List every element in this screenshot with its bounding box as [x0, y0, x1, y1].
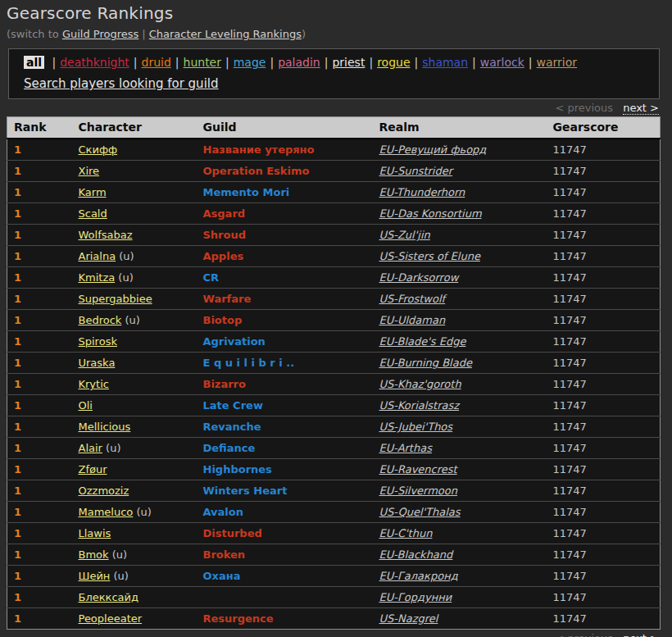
- realm-link[interactable]: EU-Ревущий фьорд: [379, 143, 487, 156]
- character-cell: Arialna (u): [72, 246, 197, 267]
- character-link[interactable]: Supergabbiee: [79, 293, 152, 305]
- rank-cell: 1: [7, 544, 72, 566]
- character-link[interactable]: Шейн: [79, 570, 111, 582]
- gearscore-cell: 11747: [547, 267, 661, 289]
- realm-link[interactable]: EU-Sunstrider: [379, 165, 453, 177]
- guild-cell: Revanche: [197, 416, 373, 438]
- realm-cell: US-Frostwolf: [373, 289, 547, 310]
- realm-link[interactable]: EU-Ravencrest: [379, 463, 457, 475]
- rank-cell: 1: [7, 139, 72, 161]
- character-link[interactable]: Bedrock: [79, 314, 122, 326]
- character-link[interactable]: Uraska: [79, 357, 116, 369]
- subtitle-switch-line: (switch to Guild Progress|Character Leve…: [7, 28, 660, 41]
- realm-link[interactable]: EU-Blackhand: [379, 548, 453, 561]
- rank-cell: 1: [7, 289, 72, 310]
- filter-all-selected[interactable]: all: [24, 56, 44, 69]
- realm-link[interactable]: US-Quel'Thalas: [379, 506, 461, 518]
- realm-cell: US-Jubei'Thos: [373, 416, 547, 438]
- guild-cell: Bizarro: [197, 374, 373, 395]
- next-page-link[interactable]: next >: [623, 102, 659, 115]
- realm-link[interactable]: EU-Darksorrow: [379, 271, 459, 284]
- table-row: 1KarmMemento MoriEU-Thunderhorn11747: [7, 182, 661, 203]
- character-link[interactable]: Скифф: [79, 143, 118, 156]
- realm-link[interactable]: US-Zul'jin: [379, 229, 430, 241]
- character-link[interactable]: Llawis: [79, 527, 111, 539]
- table-row: 1Arialna (u)ApplesUS-Sisters of Elune117…: [7, 246, 661, 267]
- rank-cell: 1: [7, 587, 72, 608]
- realm-link[interactable]: EU-Arthas: [379, 442, 432, 454]
- realm-link[interactable]: US-Jubei'Thos: [379, 421, 453, 433]
- filter-class-shaman[interactable]: shaman: [422, 56, 468, 69]
- gearscore-cell: 11747: [547, 416, 661, 438]
- character-cell: Alair (u): [72, 438, 197, 459]
- realm-link[interactable]: US-Nazgrel: [379, 612, 438, 625]
- realm-link[interactable]: US-Korialstrasz: [379, 399, 460, 412]
- character-link[interactable]: Arialna: [79, 250, 116, 262]
- filter-class-rogue[interactable]: rogue: [377, 56, 410, 69]
- character-leveling-rankings-link[interactable]: Character Leveling Rankings: [149, 28, 302, 40]
- next-page-link[interactable]: next >: [623, 632, 659, 637]
- character-link[interactable]: Mellicious: [79, 421, 131, 433]
- character-link[interactable]: Блекксайд: [79, 591, 138, 603]
- header-rank: Rank: [7, 117, 72, 139]
- character-link[interactable]: Peopleeater: [79, 612, 143, 625]
- guild-cell: Avalon: [197, 502, 373, 523]
- gearscore-cell: 11747: [547, 225, 661, 246]
- character-link[interactable]: Kmitza: [79, 271, 116, 284]
- table-row: 1WolfsabazShroudUS-Zul'jin11747: [7, 225, 661, 246]
- realm-link[interactable]: EU-Thunderhorn: [379, 186, 465, 198]
- character-link[interactable]: Alair: [79, 442, 102, 454]
- filter-class-warrior[interactable]: warrior: [537, 56, 578, 69]
- realm-link[interactable]: EU-Silvermoon: [379, 485, 458, 497]
- realm-link[interactable]: US-Frostwolf: [379, 293, 446, 305]
- filter-class-paladin[interactable]: paladin: [278, 56, 320, 69]
- realm-link[interactable]: EU-C'thun: [379, 527, 433, 539]
- character-link[interactable]: Xire: [79, 165, 100, 177]
- realm-link[interactable]: EU-Burning Blade: [379, 357, 472, 369]
- character-link[interactable]: Krytic: [79, 378, 109, 390]
- table-row: 1Bmok (u)BrokenEU-Blackhand11747: [7, 544, 661, 566]
- search-players-link[interactable]: Search players looking for guild: [24, 76, 219, 92]
- realm-link[interactable]: US-Sisters of Elune: [379, 250, 480, 262]
- page-title: Gearscore Rankings: [7, 3, 660, 23]
- character-cell: Xire: [72, 161, 197, 182]
- realm-link[interactable]: EU-Гордунни: [379, 591, 452, 603]
- unguilded-marker: (u): [116, 250, 134, 262]
- character-link[interactable]: Wolfsabaz: [79, 229, 133, 241]
- rank-cell: 1: [7, 225, 72, 246]
- character-cell: Шейн (u): [72, 566, 197, 587]
- character-cell: Блекксайд: [72, 587, 197, 608]
- realm-cell: EU-Sunstrider: [373, 161, 547, 182]
- realm-link[interactable]: EU-Uldaman: [379, 314, 446, 326]
- rank-cell: 1: [7, 459, 72, 480]
- character-link[interactable]: Zføur: [79, 463, 107, 475]
- table-header-row: Rank Character Guild Realm Gearscore: [7, 117, 661, 139]
- realm-link[interactable]: US-Khaz'goroth: [379, 378, 461, 390]
- class-filter-box: all |deathknight|druid|hunter|mage|palad…: [8, 48, 660, 99]
- character-link[interactable]: Spirosk: [79, 335, 117, 348]
- realm-link[interactable]: EU-Blade's Edge: [379, 335, 466, 348]
- table-row: 1Mameluco (u)AvalonUS-Quel'Thalas11747: [7, 502, 661, 523]
- filter-class-mage[interactable]: mage: [234, 56, 266, 69]
- filter-class-hunter[interactable]: hunter: [184, 56, 221, 69]
- character-link[interactable]: Karm: [79, 186, 107, 198]
- filter-class-deathknight[interactable]: deathknight: [60, 56, 129, 69]
- realm-cell: US-Khaz'goroth: [373, 374, 547, 395]
- realm-link[interactable]: EU-Das Konsortium: [379, 207, 482, 220]
- rank-cell: 1: [7, 480, 72, 502]
- character-link[interactable]: Ozzmoziz: [79, 485, 129, 497]
- character-link[interactable]: Oli: [79, 399, 93, 412]
- gearscore-cell: 11747: [547, 438, 661, 459]
- table-row: 1MelliciousRevancheUS-Jubei'Thos11747: [7, 416, 661, 438]
- guild-progress-link[interactable]: Guild Progress: [62, 28, 138, 40]
- realm-link[interactable]: EU-Галакронд: [379, 570, 458, 582]
- filter-separator: |: [411, 56, 423, 69]
- guild-cell: Resurgence: [197, 608, 373, 630]
- character-link[interactable]: Mameluco: [79, 506, 134, 518]
- character-link[interactable]: Scald: [79, 207, 107, 220]
- filter-class-priest[interactable]: priest: [332, 56, 365, 69]
- guild-cell: Biotop: [197, 310, 373, 331]
- filter-class-warlock[interactable]: warlock: [480, 56, 524, 69]
- filter-class-druid[interactable]: druid: [142, 56, 171, 69]
- character-link[interactable]: Bmok: [79, 548, 109, 561]
